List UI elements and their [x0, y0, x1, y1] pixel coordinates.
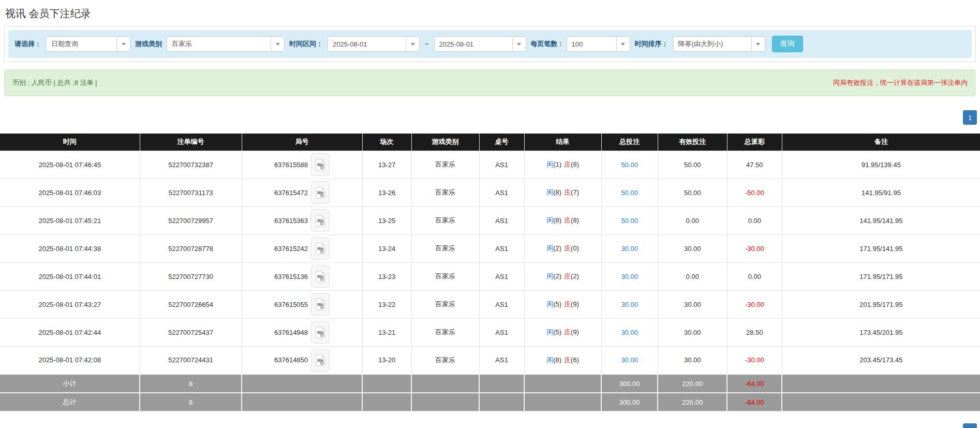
- round-id-text: 637615055: [274, 301, 308, 308]
- page-1-button[interactable]: 1: [963, 110, 977, 125]
- cell-table-no: AS1: [479, 151, 524, 179]
- caret-down-icon[interactable]: [116, 37, 130, 51]
- cell-valid-bet: 0.00: [658, 206, 727, 234]
- total-label: 总计: [0, 393, 140, 411]
- total-bet-link[interactable]: 50.00: [621, 161, 638, 169]
- cell-payout: -30.00: [727, 346, 782, 374]
- total-payout: -64.00: [727, 393, 782, 411]
- result-player-value: (2): [553, 244, 561, 252]
- cell-payout: 28.50: [727, 318, 782, 346]
- date-to-picker[interactable]: 2025-08-01: [434, 36, 526, 52]
- header-payout: 总派彩: [727, 134, 782, 151]
- result-player-value: (2): [553, 272, 561, 280]
- cell-valid-bet: 30.00: [658, 290, 727, 318]
- cell-game-type: 百家乐: [411, 290, 479, 318]
- caret-down-icon[interactable]: [512, 37, 526, 51]
- table-header: 时间 注单编号 局号 场次 游戏类别 桌号 结果 总投注 有效投注 总派彩 备注: [0, 134, 980, 151]
- total-bet-link[interactable]: 50.00: [621, 217, 638, 225]
- total-bet-link[interactable]: 30.00: [621, 356, 638, 364]
- page-size-label: 每页笔数 :: [531, 39, 562, 49]
- total-count: 8: [140, 393, 242, 411]
- cell-time: 2025-08-01 07:45:21: [0, 206, 140, 234]
- date-from-value: 2025-08-01: [328, 37, 406, 51]
- cell-round-id: 637615055: [242, 290, 362, 318]
- header-game-type: 游戏类别: [411, 134, 479, 151]
- cell-remark: 141.95/91.95: [782, 179, 980, 206]
- caret-down-icon[interactable]: [616, 37, 630, 51]
- video-file-icon[interactable]: [311, 237, 330, 260]
- result-banker-label: 庄: [564, 300, 571, 308]
- query-type-select[interactable]: 日期查询: [46, 36, 130, 52]
- video-file-icon[interactable]: [311, 209, 330, 232]
- subtotal-row: 小计 8 300.00 220.00 -64.00: [0, 374, 980, 393]
- page-1-button-bottom[interactable]: 1: [963, 423, 977, 428]
- caret-down-icon[interactable]: [271, 37, 284, 51]
- header-bet-id: 注单编号: [140, 134, 242, 151]
- cell-table-no: AS1: [479, 262, 524, 290]
- video-file-icon[interactable]: [311, 181, 330, 204]
- search-button[interactable]: 查询: [772, 36, 803, 52]
- cell-result: 闲(8)庄(6): [524, 346, 601, 374]
- cell-time: 2025-08-01 07:44:01: [0, 262, 140, 290]
- query-type-value: 日期查询: [47, 37, 116, 51]
- header-round-id: 局号: [242, 134, 362, 151]
- page-size-select[interactable]: 100: [567, 36, 630, 52]
- cell-session: 13-24: [362, 234, 411, 262]
- time-sort-select[interactable]: 降幂(由大到小): [673, 36, 765, 52]
- pagination-bottom: 1: [3, 423, 977, 428]
- caret-down-icon[interactable]: [406, 37, 419, 51]
- total-bet-link[interactable]: 30.00: [621, 245, 638, 253]
- cell-time: 2025-08-01 07:42:44: [0, 318, 140, 346]
- result-banker-label: 庄: [564, 272, 571, 280]
- cell-valid-bet: 30.00: [658, 346, 727, 374]
- time-sort-label: 时间排序：: [635, 39, 669, 49]
- cell-game-type: 百家乐: [411, 179, 479, 206]
- cell-result: 闲(2)庄(0): [524, 234, 601, 262]
- cell-game-type: 百家乐: [411, 234, 479, 262]
- result-banker-label: 庄: [564, 160, 571, 168]
- total-bet-link[interactable]: 30.00: [621, 273, 638, 281]
- page-title: 视讯 会员下注纪录: [5, 7, 975, 21]
- caret-down-icon[interactable]: [751, 37, 765, 51]
- video-file-icon[interactable]: [311, 153, 330, 176]
- video-file-icon[interactable]: [311, 321, 330, 344]
- cell-result: 闲(8)庄(7): [524, 179, 601, 206]
- result-banker-value: (9): [571, 328, 579, 336]
- cell-total-bet: 30.00: [601, 234, 658, 262]
- result-player-value: (5): [553, 300, 561, 308]
- cell-valid-bet: 0.00: [658, 262, 727, 290]
- header-result: 结果: [524, 134, 601, 151]
- total-bet-link[interactable]: 30.00: [621, 329, 638, 336]
- cell-session: 13-23: [362, 262, 411, 290]
- cell-result: 闲(5)庄(9): [524, 318, 601, 346]
- video-file-icon[interactable]: [311, 265, 330, 288]
- table-row: 2025-08-01 07:43:27 522700726654 6376150…: [0, 290, 980, 318]
- subtotal-total-bet: 300.00: [601, 374, 658, 393]
- cell-bet-id: 522700727730: [140, 262, 242, 290]
- cell-result: 闲(1)庄(8): [524, 151, 601, 179]
- date-from-picker[interactable]: 2025-08-01: [328, 36, 420, 52]
- cell-total-bet: 50.00: [601, 179, 658, 206]
- result-player-label: 闲: [546, 328, 553, 336]
- cell-bet-id: 522700731173: [140, 179, 242, 206]
- cell-time: 2025-08-01 07:44:38: [0, 234, 140, 262]
- header-time: 时间: [0, 134, 140, 151]
- cell-table-no: AS1: [479, 346, 524, 374]
- video-file-icon[interactable]: [311, 349, 330, 372]
- total-bet-link[interactable]: 50.00: [621, 189, 638, 197]
- range-separator: ~: [424, 40, 429, 48]
- header-total-bet: 总投注: [601, 134, 658, 151]
- round-id-text: 637614948: [274, 329, 308, 336]
- cell-remark: 91.95/139.45: [782, 151, 980, 179]
- filter-bar: 请选择： 日期查询 游戏类别 百家乐 时间区间： 2025-08-01 ~ 20…: [8, 30, 972, 58]
- cell-total-bet: 30.00: [601, 262, 658, 290]
- header-remark: 备注: [782, 134, 980, 151]
- table-row: 2025-08-01 07:42:44 522700725437 6376149…: [0, 318, 980, 346]
- cell-round-id: 637615588: [242, 151, 362, 179]
- game-type-select[interactable]: 百家乐: [167, 36, 285, 52]
- total-bet-link[interactable]: 30.00: [621, 301, 638, 308]
- video-file-icon[interactable]: [311, 293, 330, 316]
- result-banker-label: 庄: [564, 216, 571, 224]
- game-type-label: 游戏类别: [135, 39, 162, 49]
- cell-total-bet: 30.00: [601, 346, 658, 374]
